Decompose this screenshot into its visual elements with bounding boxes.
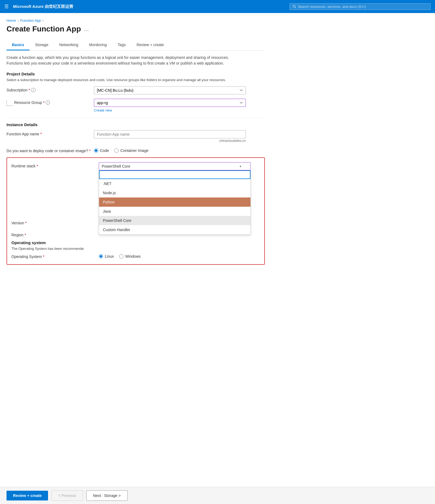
tab-tags[interactable]: Tags [112,40,131,50]
os-windows-option[interactable]: Windows [119,254,141,259]
function-app-name-row: Function App name * .chinacloudsites.cn [7,130,265,143]
deploy-required: * [89,149,90,153]
subscription-required: * [28,88,30,92]
os-linux-radio[interactable] [99,254,103,259]
content-area: Home › Function App › Create Function Ap… [0,13,271,286]
os-section: Operating system The Operating System ha… [11,240,260,259]
dropdown-option-powershell[interactable]: PowerShell Core [99,216,250,225]
version-required: * [25,221,27,225]
dropdown-option-dotnet[interactable]: .NET [99,179,250,188]
function-app-name-suffix: .chinacloudsites.cn [94,139,246,143]
os-label: Operating System * [11,253,96,259]
version-label: Version * [11,219,96,225]
runtime-stack-control: PowerShell Core ▼ .NET Node.js Python Ja… [99,162,260,170]
page-title-menu-icon[interactable]: ... [84,26,89,32]
os-required: * [43,254,44,259]
function-app-name-label: Function App name * [7,130,91,136]
topbar: ☰ Microsoft Azure 由世纪互联运营 [0,0,435,13]
project-details-heading: Project Details [7,72,265,76]
tab-networking[interactable]: Networking [54,40,84,50]
breadcrumb-sep-1: › [18,19,19,23]
page-title: Create Function App [7,25,81,33]
runtime-stack-label: Runtime stack * [11,162,96,168]
runtime-stack-chevron-icon: ▼ [239,165,242,168]
create-new-link[interactable]: Create new [94,108,112,112]
page-title-row: Create Function App ... [7,25,265,33]
tab-monitoring[interactable]: Monitoring [84,40,112,50]
topbar-title: Microsoft Azure 由世纪互联运营 [13,4,73,9]
fan-required: * [40,132,42,136]
deploy-radio-group: Code Container Image [94,147,265,153]
tab-review-create[interactable]: Review + create [131,40,169,50]
breadcrumb-function-app[interactable]: Function App [20,18,41,23]
breadcrumb: Home › Function App › [7,18,265,23]
deploy-container-option[interactable]: Container Image [114,148,148,153]
search-input[interactable] [298,5,428,9]
resource-group-row: Resource Group * i app-rg Create new [7,99,265,112]
subscription-control: [MC-CN] Bu.Lu (bulu) [94,86,265,94]
os-windows-radio[interactable] [119,254,123,259]
divider-1 [7,118,265,118]
deploy-code-radio[interactable] [94,148,98,153]
svg-line-1 [295,7,296,8]
runtime-stack-dropdown-list: .NET Node.js Python Java PowerShell Core… [99,170,251,235]
tab-storage[interactable]: Storage [30,40,54,50]
resource-group-dropdown[interactable]: app-rg [94,99,246,107]
runtime-highlight-box: Runtime stack * PowerShell Core ▼ .NET N… [7,157,265,265]
region-required: * [24,233,26,237]
function-app-name-control: .chinacloudsites.cn [94,130,265,143]
dropdown-option-nodejs[interactable]: Node.js [99,188,250,197]
dropdown-option-python[interactable]: Python [99,197,250,207]
deploy-code-option[interactable]: Code [94,148,109,153]
os-linux-option[interactable]: Linux [99,254,114,259]
breadcrumb-home[interactable]: Home [7,18,16,23]
region-label: Region * [11,231,96,237]
hamburger-icon[interactable]: ☰ [4,4,9,9]
search-bar[interactable] [290,3,431,10]
dropdown-option-java[interactable]: Java [99,207,250,216]
deploy-type-row: Do you want to deploy code or container … [7,147,265,153]
subscription-row: Subscription * i [MC-CN] Bu.Lu (bulu) [7,86,265,94]
runtime-stack-dropdown-trigger[interactable]: PowerShell Core ▼ [99,162,251,170]
os-row: Operating System * Linux Windows [11,253,260,259]
page-description: Create a function app, which lets you gr… [7,55,240,66]
instance-details-heading: Instance Details [7,122,265,127]
os-radio-group: Linux Windows [99,253,260,259]
dropdown-option-custom[interactable]: Custom Handler [99,225,250,234]
rg-required: * [43,100,45,105]
runtime-stack-search-input[interactable] [99,170,250,179]
deploy-type-label: Do you want to deploy code or container … [7,147,91,153]
os-heading: Operating system [11,240,260,245]
instance-details-section: Instance Details Function App name * .ch… [7,118,265,153]
runtime-required: * [37,164,38,168]
svg-point-0 [293,5,295,8]
deploy-container-radio[interactable] [114,148,119,153]
os-control: Linux Windows [99,253,260,259]
os-description: The Operating System has been recommende [11,247,260,251]
rg-label-area: Resource Group * i [7,99,91,106]
breadcrumb-sep-2: › [43,19,44,23]
rg-control-area: app-rg Create new [94,99,265,112]
runtime-stack-dropdown-container: PowerShell Core ▼ .NET Node.js Python Ja… [99,162,251,170]
resource-group-label: Resource Group * i [14,100,50,105]
subscription-label: Subscription * i [7,86,91,92]
subscription-dropdown[interactable]: [MC-CN] Bu.Lu (bulu) [94,86,246,94]
tab-nav: Basics Storage Networking Monitoring Tag… [7,40,265,50]
function-app-name-input[interactable] [94,130,246,138]
tab-basics[interactable]: Basics [7,40,30,50]
runtime-stack-row: Runtime stack * PowerShell Core ▼ .NET N… [11,162,260,170]
deploy-type-control: Code Container Image [94,147,265,153]
rg-info-icon[interactable]: i [46,100,50,105]
project-details-sub: Select a subscription to manage deployed… [7,78,240,82]
project-details-section: Project Details Select a subscription to… [7,72,265,112]
search-icon [293,5,296,8]
subscription-info-icon[interactable]: i [31,88,36,92]
